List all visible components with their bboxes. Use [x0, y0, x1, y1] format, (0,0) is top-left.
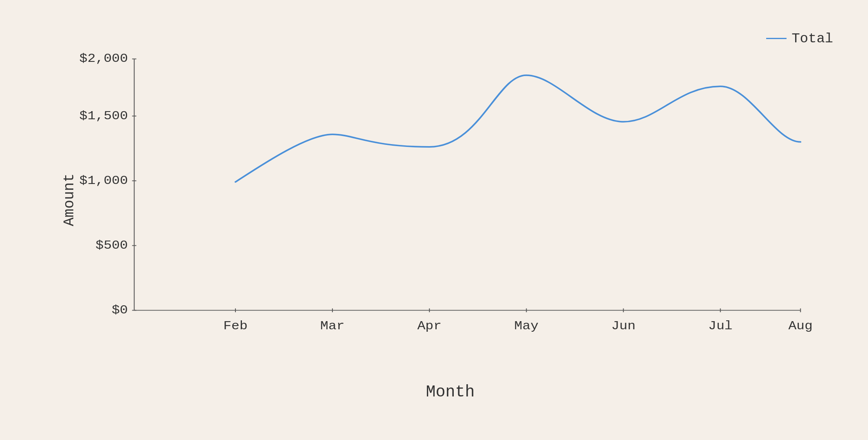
svg-text:Mar: Mar	[320, 319, 345, 333]
legend-line-total	[766, 38, 787, 39]
svg-text:$0: $0	[112, 303, 128, 317]
svg-text:Jul: Jul	[708, 319, 732, 333]
svg-text:$1,000: $1,000	[79, 174, 127, 187]
chart-line-total	[235, 75, 800, 182]
svg-text:Jun: Jun	[611, 319, 635, 333]
chart-svg: $0 $500 $1,000 $1,500 $2,000 Feb Mar Apr	[92, 51, 809, 348]
x-axis-label: Month	[426, 383, 475, 401]
svg-text:Aug: Aug	[788, 319, 813, 333]
y-axis-label: Amount	[61, 173, 78, 226]
svg-text:$2,000: $2,000	[79, 52, 127, 65]
legend-label-total: Total	[791, 31, 833, 46]
chart-area: Total Amount Month $0 $500 $1,000 $1,	[92, 51, 809, 348]
svg-text:May: May	[514, 319, 538, 333]
chart-container: Total Amount Month $0 $500 $1,000 $1,	[27, 27, 842, 414]
svg-text:$500: $500	[95, 239, 127, 252]
svg-text:Apr: Apr	[417, 319, 442, 333]
chart-legend: Total	[766, 31, 833, 46]
svg-text:Feb: Feb	[223, 319, 248, 333]
svg-text:$1,500: $1,500	[79, 109, 127, 122]
